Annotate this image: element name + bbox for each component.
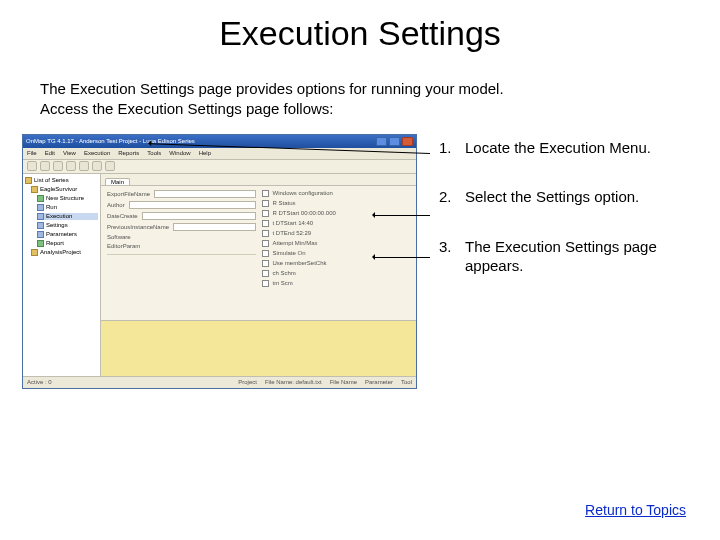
tree-item-icon [37,240,44,247]
menu-reports: Reports [118,150,139,156]
toolbar-icon [105,161,115,171]
field-label: R Status [273,200,296,206]
menu-bar: File Edit View Execution Reports Tools W… [23,148,416,160]
field-label: Windows configuration [273,190,333,196]
step-num: 3. [439,237,457,276]
checkbox-icon [262,260,269,267]
arrow-3-icon [374,257,430,258]
form-row: PreviousInstanceName [107,223,256,231]
form-row: Use memberSetChk [262,260,411,267]
step-text: Locate the Execution Menu. [465,138,651,158]
tree-item-label: EagleSurvivor [40,186,77,192]
tree-item-icon [37,213,44,220]
tree-item: AnalysisProject [31,249,98,256]
field-label: Use memberSetChk [273,260,327,266]
checkbox-icon [262,250,269,257]
intro-line-2: Access the Execution Settings page follo… [40,99,680,119]
status-active: Active : 0 [27,379,52,385]
form-row: Simulate On [262,250,411,257]
checkbox-icon [262,200,269,207]
tab-strip: Main [101,174,416,186]
toolbar-icon [53,161,63,171]
field-input [154,190,255,198]
menu-tools: Tools [147,150,161,156]
checkbox-icon [262,220,269,227]
form-row: ExportFileName [107,190,256,198]
form-row: t DTEnd 52:29 [262,230,411,237]
checkbox-icon [262,240,269,247]
step-num: 1. [439,138,457,158]
toolbar [23,160,416,174]
tree-item: Parameters [37,231,98,238]
checkbox-icon [262,190,269,197]
step-text: Select the Settings option. [465,187,639,207]
toolbar-icon [79,161,89,171]
tree-item-label: Run [46,204,57,210]
form-row: Windows configuration [262,190,411,197]
field-label: Author [107,202,125,208]
toolbar-icon [27,161,37,171]
checkbox-icon [262,210,269,217]
form-row: tm Scm [262,280,411,287]
tree-item-label: List of Series [34,177,69,183]
step-3: 3. The Execution Settings page appears. [439,237,686,276]
tree-item-label: AnalysisProject [40,249,81,255]
tree-item-label: Settings [46,222,68,228]
close-icon [402,137,413,146]
form-row: DateCreate [107,212,256,220]
tree-item-icon [31,186,38,193]
field-label: Simulate On [273,250,306,256]
intro-line-1: The Execution Settings page provides opt… [40,79,680,99]
toolbar-icon [92,161,102,171]
form-row: t DTStart 14:40 [262,220,411,227]
tree-item-label: Execution [46,213,72,219]
tree-item-label: Report [46,240,64,246]
menu-edit: Edit [45,150,55,156]
tree-item-icon [25,177,32,184]
checkbox-icon [262,280,269,287]
tree-panel: List of SeriesEagleSurvivorNew Structure… [23,174,101,376]
field-label: Attempt Min/Max [273,240,318,246]
field-label: PreviousInstanceName [107,224,169,230]
steps-list: 1. Locate the Execution Menu. 2. Select … [425,134,720,389]
menu-file: File [27,150,37,156]
tree-item-icon [37,231,44,238]
tree-item: Run [37,204,98,211]
field-label: ch Schm [273,270,296,276]
tree-item-icon [31,249,38,256]
intro-text: The Execution Settings page provides opt… [40,79,680,120]
checkbox-icon [262,270,269,277]
settings-panel: ExportFileNameAuthorDateCreatePreviousIn… [101,186,416,320]
tree-item: Settings [37,222,98,229]
field-label: EditorParam [107,243,140,249]
tree-item-label: Parameters [46,231,77,237]
toolbar-icon [40,161,50,171]
field-label: Software [107,234,131,240]
status-item: File Name [330,379,357,385]
status-bar: Active : 0 Project File Name: default.tx… [23,376,416,388]
tree-item-icon [37,204,44,211]
checkbox-icon [262,230,269,237]
tree-item-icon [37,195,44,202]
step-2: 2. Select the Settings option. [439,187,686,207]
field-label: t DTStart 14:40 [273,220,314,226]
return-to-topics-link[interactable]: Return to Topics [585,502,686,518]
field-input [173,223,255,231]
form-row: Author [107,201,256,209]
form-row: Software [107,234,256,240]
form-row: EditorParam [107,243,256,249]
arrow-2-icon [374,215,430,216]
status-item: File Name: default.txt [265,379,322,385]
field-label: t DTEnd 52:29 [273,230,312,236]
menu-window: Window [169,150,190,156]
maximize-icon [389,137,400,146]
tree-item-label: New Structure [46,195,84,201]
tree-item: Execution [37,213,98,220]
events-panel [101,320,416,376]
step-text: The Execution Settings page appears. [465,237,686,276]
field-label: tm Scm [273,280,293,286]
form-row: R Status [262,200,411,207]
menu-view: View [63,150,76,156]
tree-item-icon [37,222,44,229]
tree-item: List of Series [25,177,98,184]
